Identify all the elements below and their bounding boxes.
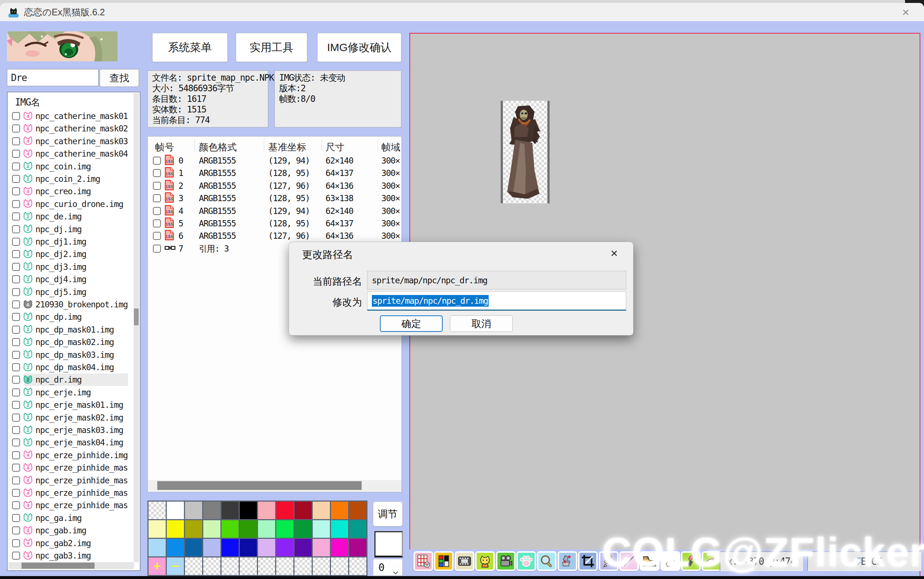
frame-checkbox[interactable] — [153, 169, 161, 177]
palette-cell-fafab4[interactable] — [149, 520, 166, 538]
palette-cell-transparent[interactable] — [240, 558, 257, 575]
tool-button-magnifier[interactable] — [537, 551, 557, 571]
palette-cell-ffffff[interactable] — [167, 502, 184, 519]
palette-cell-3a3a3a[interactable] — [222, 502, 239, 519]
list-item-npc_erje_mask02.img[interactable]: 2npc_erje_mask02.img — [8, 411, 128, 424]
list-item-npc_dr.img[interactable]: 2npc_dr.img — [8, 373, 128, 386]
item-checkbox[interactable] — [12, 225, 20, 233]
palette-cell-transparent[interactable] — [349, 558, 366, 575]
list-item-npc_erje_mask03.img[interactable]: 2npc_erje_mask03.img — [8, 424, 128, 436]
palette-cell-transparent[interactable] — [185, 558, 202, 575]
list-item-npc_dp_mask04.img[interactable]: 2npc_dp_mask04.img — [8, 361, 128, 373]
list-item-210930_brokenpot.img[interactable]: &210930_brokenpot.img — [8, 298, 128, 311]
item-checkbox[interactable] — [12, 438, 20, 447]
palette-cell-f806cc[interactable] — [331, 539, 348, 556]
item-checkbox[interactable] — [12, 338, 20, 346]
palette-cell-c3c3c3[interactable] — [185, 502, 202, 519]
list-item-npc_catherine_mask02[interactable]: 4npc_catherine_mask02 — [8, 122, 128, 135]
palette-cell-06ea4d[interactable] — [276, 520, 294, 538]
frame-checkbox[interactable] — [153, 182, 161, 190]
tool-button-line[interactable] — [619, 551, 639, 571]
list-item-npc_erje_mask01.img[interactable]: 2npc_erje_mask01.img — [8, 399, 128, 411]
tool-button-movie-camera[interactable] — [496, 551, 516, 571]
item-checkbox[interactable] — [12, 414, 20, 422]
palette-cell-aadaf8[interactable] — [149, 539, 166, 556]
tool-button-sheet-grid[interactable] — [413, 551, 433, 571]
item-checkbox[interactable] — [12, 175, 20, 183]
list-item-npc_erze_pinhide_mas[interactable]: 4npc_erze_pinhide_mas — [8, 499, 128, 512]
frame-checkbox[interactable] — [153, 232, 161, 240]
table-horizontal-scrollbar[interactable] — [148, 480, 402, 491]
item-checkbox[interactable] — [12, 313, 20, 321]
item-checkbox[interactable] — [12, 238, 20, 246]
palette-cell-8d23f8[interactable] — [276, 539, 294, 556]
list-item-npc_erze_pinhide.img[interactable]: 4npc_erze_pinhide.img — [8, 449, 128, 461]
palette-cell-06ead4[interactable] — [331, 520, 348, 538]
item-checkbox[interactable] — [12, 137, 20, 145]
ok-button[interactable]: 确定 — [380, 316, 442, 332]
item-checkbox[interactable] — [12, 527, 20, 535]
palette-cell-b84b07[interactable] — [349, 502, 366, 519]
item-checkbox[interactable] — [12, 514, 20, 522]
frame-row-3[interactable]: 1553ARGB1555(128, 95)63×138300× — [148, 192, 402, 204]
item-checkbox[interactable] — [12, 250, 20, 258]
tool-button-folder[interactable] — [640, 551, 660, 571]
frame-row-1[interactable]: 1551ARGB1555(128, 95)64×137300× — [148, 167, 402, 179]
dialog-close-icon[interactable]: × — [606, 245, 622, 261]
list-item-npc_dj4.img[interactable]: 2npc_dj4.img — [8, 273, 128, 286]
tool-button-paw-print[interactable] — [516, 551, 536, 571]
list-item-npc_gab2.img[interactable]: 4npc_gab2.img — [8, 537, 128, 550]
frame-row-4[interactable]: 1554ARGB1555(129, 94)62×140300× — [148, 205, 402, 217]
item-checkbox[interactable] — [12, 426, 20, 434]
list-item-npc_dp.img[interactable]: 2npc_dp.img — [8, 311, 128, 323]
tool-button-align-shapes[interactable] — [558, 551, 577, 571]
list-item-npc_creo.img[interactable]: 4npc_creo.img — [8, 185, 128, 198]
item-checkbox[interactable] — [12, 376, 20, 384]
list-item-npc_de.img[interactable]: 2npc_de.img — [8, 210, 128, 223]
palette-remove-button[interactable]: − — [167, 558, 184, 575]
img-confirm-button[interactable]: IMG修改确认 — [317, 33, 402, 62]
palette-cell-transparent[interactable] — [276, 558, 294, 575]
palette-cell-transparent[interactable] — [149, 502, 166, 519]
tool-button-eraser[interactable] — [661, 551, 680, 571]
item-checkbox[interactable] — [12, 489, 20, 497]
tool-button-pencil[interactable] — [599, 551, 619, 571]
item-checkbox[interactable] — [12, 476, 20, 484]
item-checkbox[interactable] — [12, 301, 20, 309]
palette-cell-2d9b04[interactable] — [240, 520, 257, 538]
palette-cell-0b63a5[interactable] — [185, 539, 202, 556]
frame-row-6[interactable]: 1556ARGB1555(127, 96)64×136300× — [148, 230, 402, 242]
list-item-npc_erje_mask04.img[interactable]: 2npc_erje_mask04.img — [8, 436, 128, 449]
tool-button-capsule[interactable] — [702, 551, 722, 571]
palette-add-button[interactable]: + — [149, 558, 166, 575]
item-checkbox[interactable] — [12, 200, 20, 208]
frame-checkbox[interactable] — [153, 157, 161, 165]
palette-cell-transparent[interactable] — [258, 558, 275, 575]
item-checkbox[interactable] — [12, 162, 20, 170]
item-checkbox[interactable] — [12, 325, 20, 334]
list-item-npc_erze_pinhide_mas[interactable]: 4npc_erze_pinhide_mas — [8, 487, 128, 499]
tool-button-marker[interactable] — [681, 551, 701, 571]
palette-cell-7f7f7f[interactable] — [203, 502, 220, 519]
search-input[interactable]: Dre — [7, 69, 98, 86]
item-checkbox[interactable] — [12, 124, 20, 132]
palette-cell-069b8b[interactable] — [349, 520, 366, 538]
list-item-npc_dp_mask01.img[interactable]: 2npc_dp_mask01.img — [8, 324, 128, 336]
palette-cell-5b0bab[interactable] — [294, 539, 312, 556]
tool-button-crop[interactable] — [578, 551, 598, 571]
palette-cell-0b0bf8[interactable] — [222, 539, 239, 556]
list-vertical-scrollbar[interactable] — [134, 93, 139, 562]
palette-cell-f7aeb9[interactable] — [258, 502, 275, 519]
list-item-npc_catherine_mask03[interactable]: 4npc_catherine_mask03 — [8, 135, 128, 147]
palette-cell-f97b06[interactable] — [331, 502, 348, 519]
palette-cell-f8f806[interactable] — [167, 520, 184, 538]
item-checkbox[interactable] — [12, 363, 20, 371]
list-item-npc_ga.img[interactable]: 2npc_ga.img — [8, 512, 128, 524]
cancel-button[interactable]: 取消 — [450, 316, 513, 332]
list-item-npc_dp_mask03.img[interactable]: 2npc_dp_mask03.img — [8, 348, 128, 361]
palette-cell-f8d2a8[interactable] — [313, 502, 330, 519]
item-checkbox[interactable] — [12, 187, 20, 195]
list-item-npc_erje.img[interactable]: 2npc_erje.img — [8, 386, 128, 399]
palette-cell-0b0ba5[interactable] — [240, 539, 257, 556]
list-item-npc_dj5.img[interactable]: 2npc_dj5.img — [8, 286, 128, 298]
